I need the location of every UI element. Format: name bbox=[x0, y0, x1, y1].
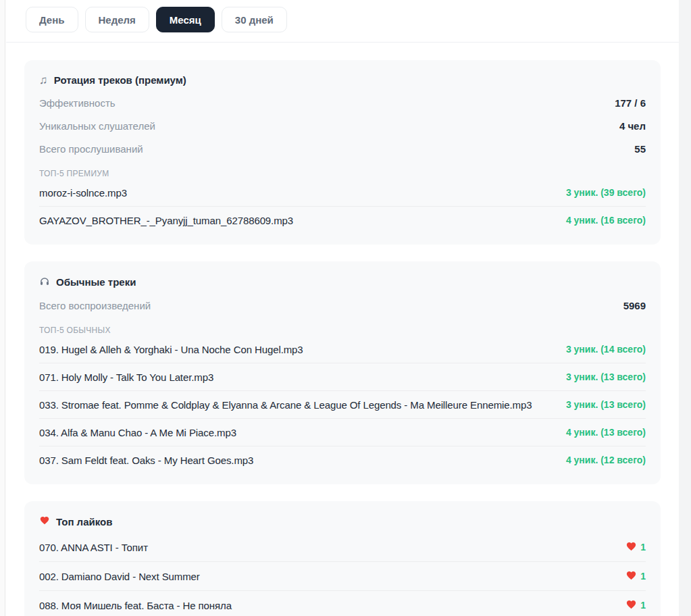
track-name: 034. Alfa & Manu Chao - A Me Mi Piace.mp… bbox=[39, 427, 236, 438]
likes-value: 1 bbox=[625, 570, 646, 583]
scrollbar-track[interactable] bbox=[679, 0, 691, 616]
tab-30days[interactable]: 30 дней bbox=[222, 7, 287, 32]
heart-icon bbox=[625, 570, 637, 583]
stat-value: 55 bbox=[634, 143, 646, 155]
tab-month[interactable]: Месяц bbox=[156, 7, 215, 32]
stat-label: Всего прослушиваний bbox=[39, 143, 143, 155]
track-stat: 3 уник. (39 всего) bbox=[566, 187, 646, 198]
track-name: 071. Holy Molly - Talk To You Later.mp3 bbox=[39, 371, 213, 383]
heart-icon bbox=[39, 515, 50, 528]
track-row: 071. Holy Molly - Talk To You Later.mp3 … bbox=[39, 363, 646, 391]
likes-card-title: Топ лайков bbox=[39, 515, 646, 528]
track-row: 088. Моя Мишель feat. Баста - Не поняла … bbox=[39, 591, 646, 616]
cards-area: ♫ Ротация треков (премиум) Эффективность… bbox=[6, 43, 679, 616]
track-row: 070. ANNA ASTI - Топит 1 bbox=[39, 533, 646, 562]
track-row: 033. Stromae feat. Pomme & Coldplay & El… bbox=[39, 391, 646, 419]
likes-count: 1 bbox=[640, 542, 646, 553]
card-title-text: Топ лайков bbox=[56, 516, 112, 528]
track-name: 070. ANNA ASTI - Топит bbox=[39, 542, 148, 553]
stat-label: Эффективность bbox=[39, 97, 116, 109]
stat-label: Всего воспроизведений bbox=[39, 300, 151, 311]
heart-icon bbox=[625, 541, 637, 554]
track-name: moroz-i-solnce.mp3 bbox=[39, 187, 127, 199]
heart-icon bbox=[625, 599, 637, 612]
track-name: 002. Damiano David - Next Summer bbox=[39, 571, 200, 582]
card-title-text: Ротация треков (премиум) bbox=[54, 74, 186, 86]
stat-row-total-plays: Всего прослушиваний 55 bbox=[39, 137, 646, 160]
headphones-icon bbox=[39, 276, 50, 288]
likes-count: 1 bbox=[640, 600, 646, 611]
music-note-icon: ♫ bbox=[39, 74, 48, 86]
stat-label: Уникальных слушателей bbox=[39, 120, 155, 132]
premium-rotation-card: ♫ Ротация треков (премиум) Эффективность… bbox=[24, 60, 661, 245]
likes-value: 1 bbox=[625, 541, 646, 554]
track-row: GAYAZOV_BROTHER_-_Pyanyjj_tuman_62788609… bbox=[39, 207, 646, 234]
track-row: 034. Alfa & Manu Chao - A Me Mi Piace.mp… bbox=[39, 419, 646, 446]
track-stat: 3 уник. (13 всего) bbox=[566, 371, 646, 382]
stat-row-total-playbacks: Всего воспроизведений 5969 bbox=[39, 294, 646, 317]
likes-count: 1 bbox=[640, 571, 646, 582]
track-stat: 3 уник. (14 всего) bbox=[566, 344, 646, 355]
track-name: 019. Hugel & Alleh & Yorghaki - Una Noch… bbox=[39, 344, 303, 355]
stat-row-efficiency: Эффективность 177 / 6 bbox=[39, 91, 646, 114]
track-row: 019. Hugel & Alleh & Yorghaki - Una Noch… bbox=[39, 336, 646, 363]
top-likes-card: Топ лайков 070. ANNA ASTI - Топит 1 002.… bbox=[24, 501, 661, 616]
stats-panel: День Неделя Месяц 30 дней ♫ Ротация трек… bbox=[6, 0, 679, 616]
top5-premium-label: ТОП-5 ПРЕМИУМ bbox=[39, 169, 646, 178]
track-name: 037. Sam Feldt feat. Oaks - My Heart Goe… bbox=[39, 455, 253, 466]
track-name: 088. Моя Мишель feat. Баста - Не поняла bbox=[39, 600, 232, 611]
tab-week[interactable]: Неделя bbox=[85, 7, 149, 32]
stat-value: 5969 bbox=[623, 300, 646, 311]
tab-day[interactable]: День bbox=[26, 7, 78, 32]
premium-card-title: ♫ Ротация треков (премиум) bbox=[39, 74, 646, 86]
top5-regular-label: ТОП-5 ОБЫЧНЫХ bbox=[39, 326, 646, 335]
stat-row-unique-listeners: Уникальных слушателей 4 чел bbox=[39, 114, 646, 137]
period-tabbar: День Неделя Месяц 30 дней bbox=[6, 0, 679, 43]
track-stat: 4 уник. (16 всего) bbox=[566, 215, 646, 226]
track-stat: 4 уник. (13 всего) bbox=[566, 427, 646, 438]
stat-value: 177 / 6 bbox=[615, 97, 646, 109]
stat-value: 4 чел bbox=[619, 120, 646, 132]
likes-value: 1 bbox=[625, 599, 646, 612]
regular-card-title: Обычные треки bbox=[39, 276, 646, 288]
track-name: 033. Stromae feat. Pomme & Coldplay & El… bbox=[39, 399, 532, 411]
regular-tracks-card: Обычные треки Всего воспроизведений 5969… bbox=[24, 261, 661, 484]
track-row: 002. Damiano David - Next Summer 1 bbox=[39, 562, 646, 591]
track-row: moroz-i-solnce.mp3 3 уник. (39 всего) bbox=[39, 179, 646, 207]
left-edge-strip bbox=[0, 0, 5, 616]
track-name: GAYAZOV_BROTHER_-_Pyanyjj_tuman_62788609… bbox=[39, 215, 293, 226]
track-stat: 4 уник. (12 всего) bbox=[566, 455, 646, 465]
track-row: 037. Sam Feldt feat. Oaks - My Heart Goe… bbox=[39, 446, 646, 473]
card-title-text: Обычные треки bbox=[56, 276, 136, 288]
track-stat: 3 уник. (13 всего) bbox=[566, 399, 646, 410]
